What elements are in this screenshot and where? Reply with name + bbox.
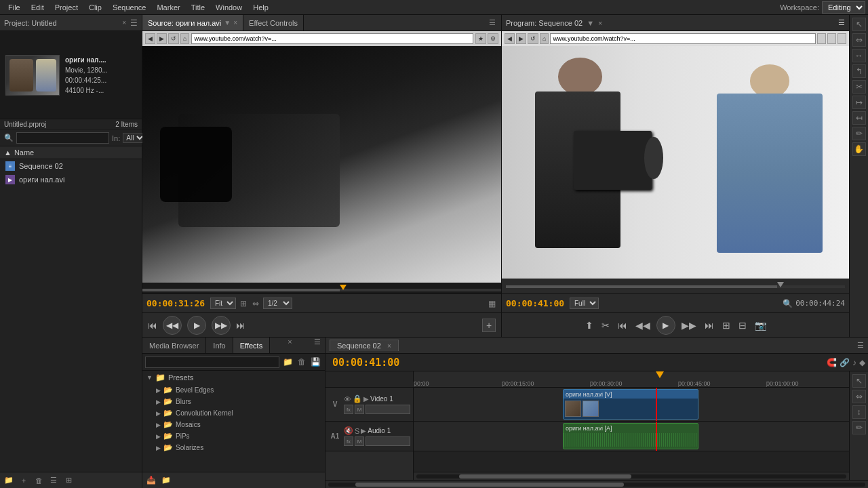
scrollbar-thumb[interactable]	[459, 474, 631, 479]
effects-subfolder-pips[interactable]: ▶ 📂 PiPs	[142, 430, 325, 442]
bottom-scrollbar-thumb[interactable]	[355, 483, 624, 487]
tool-hand[interactable]: ✋	[852, 142, 866, 156]
timeline-link-button[interactable]: 🔗	[840, 358, 850, 367]
timeline-audio-sync-button[interactable]: ♪	[852, 358, 856, 367]
program-star-button[interactable]: ★	[817, 33, 826, 44]
tool-slide[interactable]: ↤	[852, 111, 866, 125]
menu-item-window[interactable]: Window	[210, 2, 248, 13]
source-dropdown-icon[interactable]: ▼	[224, 19, 231, 26]
effects-subfolder-solarizes[interactable]: ▶ 📂 Solarizes	[142, 442, 325, 453]
source-monitor-menu-button[interactable]: ☰	[484, 18, 501, 27]
menu-item-project[interactable]: Project	[50, 2, 83, 13]
timeline-sequence-tab[interactable]: Sequence 02 ×	[330, 340, 399, 351]
video-track-mute-button[interactable]: M	[355, 405, 364, 414]
bottom-scrollbar-track[interactable]	[328, 483, 865, 487]
audio-track-voice-button[interactable]: M	[355, 436, 364, 446]
source-ratio-select[interactable]: 1/2 Full	[263, 298, 292, 309]
timeline-tool-2[interactable]: ⇔	[852, 390, 866, 403]
timeline-tool-3[interactable]: ↕	[852, 405, 866, 419]
program-step-forward-button[interactable]: ▶▶	[679, 319, 698, 332]
menu-item-sequence[interactable]: Sequence	[107, 2, 152, 13]
menu-item-edit[interactable]: Edit	[26, 2, 50, 13]
menu-item-help[interactable]: Help	[248, 2, 274, 13]
effects-import-button[interactable]: 📥	[145, 474, 157, 487]
new-bin-button[interactable]: 📁	[3, 474, 15, 487]
source-safe-margins-button[interactable]: ▦	[487, 299, 497, 308]
timeline-tab-close[interactable]: ×	[387, 342, 391, 350]
program-extract-button[interactable]: ✂	[599, 319, 612, 332]
menu-item-title[interactable]: Title	[186, 2, 210, 13]
video-track-row[interactable]: ориги нал.avi [V]	[414, 388, 849, 422]
source-go-to-out-button[interactable]: ⏭	[236, 320, 245, 331]
audio-track-mute-button[interactable]: 🔇	[344, 426, 353, 435]
timeline-horizontal-scrollbar[interactable]	[414, 472, 849, 480]
timeline-menu-button[interactable]: ☰	[857, 341, 864, 350]
project-item-video[interactable]: ▶ ориги нал.avi	[0, 173, 142, 186]
program-play-button[interactable]: ▶	[656, 316, 675, 335]
program-forward-button[interactable]: ▶	[516, 33, 526, 44]
menu-item-marker[interactable]: Marker	[151, 2, 185, 13]
browser-url-input[interactable]	[191, 33, 473, 44]
source-add-button[interactable]: +	[482, 319, 496, 332]
effects-subfolder-bevel[interactable]: ▶ 📂 Bevel Edges	[142, 384, 325, 396]
tool-ripple-edit[interactable]: ⇔	[852, 33, 866, 47]
program-home-button[interactable]: ⌂	[540, 33, 549, 44]
effects-panel-close[interactable]: ×	[283, 338, 296, 353]
audio-track-row[interactable]: ориги нал.avi [A]	[414, 422, 849, 451]
source-go-to-in-button[interactable]: ⏮	[148, 320, 157, 331]
program-go-to-in-button[interactable]: ⏮	[616, 319, 629, 332]
program-menu-button[interactable]: ☰	[838, 18, 845, 27]
program-dropdown-icon[interactable]: ▼	[587, 19, 594, 27]
audio-track-fx-button[interactable]: fx	[344, 436, 353, 446]
clear-button[interactable]: 🗑	[33, 474, 45, 487]
info-tab[interactable]: Info	[206, 338, 233, 353]
tool-rolling-edit[interactable]: ↔	[852, 49, 866, 62]
program-url-input[interactable]	[550, 33, 816, 44]
effect-controls-tab[interactable]: Effect Controls	[243, 15, 304, 30]
browser-star-button[interactable]: ★	[475, 33, 486, 44]
source-gang-button[interactable]: ⇔	[251, 299, 260, 308]
timeline-marker-button[interactable]: ◆	[859, 358, 865, 367]
source-settings-button[interactable]: ⊞	[239, 299, 248, 308]
timeline-tool-1[interactable]: ↖	[852, 374, 866, 388]
tool-slip[interactable]: ↦	[852, 96, 866, 109]
effects-tab[interactable]: Effects	[233, 338, 270, 353]
browser-back-button[interactable]: ◀	[145, 33, 155, 44]
effects-save-button[interactable]: 💾	[309, 356, 322, 368]
menu-item-file[interactable]: File	[3, 2, 26, 13]
program-refresh-button[interactable]: ↺	[528, 33, 538, 44]
browser-home-button[interactable]: ⌂	[180, 33, 189, 44]
browser-tools-button[interactable]: ⚙	[488, 33, 498, 44]
effects-new-folder-button[interactable]: 📁	[281, 356, 294, 368]
program-close-button[interactable]: ×	[598, 19, 602, 27]
source-progress-bar[interactable]	[142, 283, 501, 293]
program-tools-btn[interactable]: ⚙	[827, 33, 836, 44]
project-close-button[interactable]: ×	[122, 19, 126, 26]
program-go-to-out-button[interactable]: ⏭	[703, 319, 716, 332]
audio-track-expand-arrow[interactable]: ▶	[361, 427, 366, 434]
effects-menu-button[interactable]: ☰	[310, 338, 325, 353]
browser-forward-button[interactable]: ▶	[157, 33, 167, 44]
program-back-button[interactable]: ◀	[505, 33, 515, 44]
icon-view-button[interactable]: ⊞	[62, 474, 75, 487]
audio-clip-original[interactable]: ориги нал.avi [A]	[563, 423, 698, 449]
source-tab-close[interactable]: ×	[233, 19, 237, 26]
workspace-dropdown[interactable]: Editing	[822, 1, 865, 14]
menu-item-clip[interactable]: Clip	[83, 2, 107, 13]
source-step-forward-button[interactable]: ▶▶	[212, 316, 231, 335]
project-menu-button[interactable]: ☰	[130, 18, 138, 28]
effects-subfolder-blurs[interactable]: ▶ 📂 Blurs	[142, 396, 325, 407]
effects-search-input[interactable]	[145, 357, 279, 368]
media-browser-tab[interactable]: Media Browser	[142, 338, 206, 353]
effects-folder-presets[interactable]: ▼ 📁 Presets	[142, 371, 325, 384]
scrollbar-track[interactable]	[416, 474, 846, 479]
source-play-button[interactable]: ▶	[187, 316, 206, 335]
video-track-lock-button[interactable]: 🔒	[353, 394, 362, 403]
timeline-tracks-area[interactable]: 00:00 00:00:15:00 00:00:30:00 00:00:45:0…	[414, 371, 849, 480]
program-step-back-button[interactable]: ◀◀	[633, 319, 652, 332]
tool-selection[interactable]: ↖	[852, 18, 866, 31]
program-camera-button[interactable]: 📷	[753, 319, 768, 332]
effects-subfolder-convolution[interactable]: ▶ 📂 Convolution Kernel	[142, 407, 325, 419]
video-clip-original[interactable]: ориги нал.avi [V]	[563, 389, 698, 420]
project-search-input[interactable]	[16, 132, 109, 144]
